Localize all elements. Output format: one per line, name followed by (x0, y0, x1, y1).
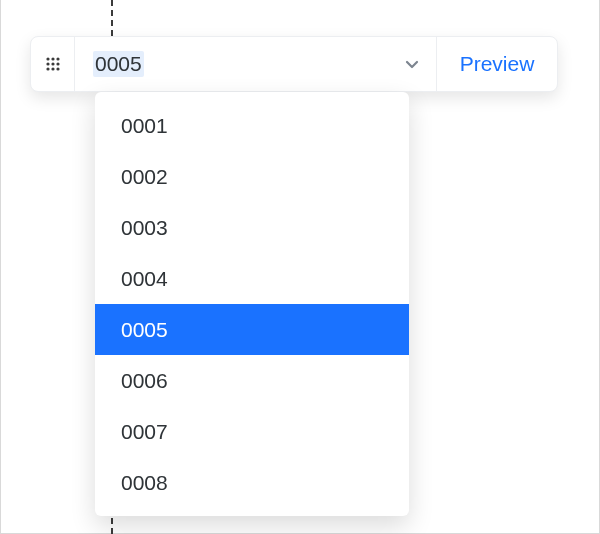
svg-point-1 (51, 57, 54, 60)
svg-point-4 (51, 62, 54, 65)
option-label: 0007 (121, 420, 168, 444)
svg-point-3 (46, 62, 49, 65)
select-option[interactable]: 0007 (95, 406, 409, 457)
option-label: 0006 (121, 369, 168, 393)
select-option[interactable]: 0008 (95, 457, 409, 508)
svg-point-7 (51, 67, 54, 70)
option-label: 0008 (121, 471, 168, 495)
chevron-down-icon (402, 54, 422, 74)
select-option[interactable]: 0006 (95, 355, 409, 406)
drag-handle[interactable] (31, 37, 75, 91)
select-dropdown: 00010002000300040005000600070008 (95, 92, 409, 516)
value-select[interactable]: 0005 (75, 37, 436, 91)
svg-point-8 (56, 67, 59, 70)
option-label: 0001 (121, 114, 168, 138)
select-option[interactable]: 0001 (95, 100, 409, 151)
select-option[interactable]: 0004 (95, 253, 409, 304)
option-label: 0005 (121, 318, 168, 342)
svg-point-6 (46, 67, 49, 70)
option-label: 0003 (121, 216, 168, 240)
select-option[interactable]: 0003 (95, 202, 409, 253)
option-label: 0004 (121, 267, 168, 291)
field-toolbar: 0005 Preview (30, 36, 558, 92)
svg-point-5 (56, 62, 59, 65)
svg-point-2 (56, 57, 59, 60)
option-label: 0002 (121, 165, 168, 189)
select-value: 0005 (93, 51, 144, 76)
preview-label: Preview (460, 52, 535, 76)
preview-button[interactable]: Preview (437, 37, 557, 91)
svg-point-0 (46, 57, 49, 60)
drag-handle-icon (46, 57, 60, 71)
select-option[interactable]: 0002 (95, 151, 409, 202)
select-option[interactable]: 0005 (95, 304, 409, 355)
